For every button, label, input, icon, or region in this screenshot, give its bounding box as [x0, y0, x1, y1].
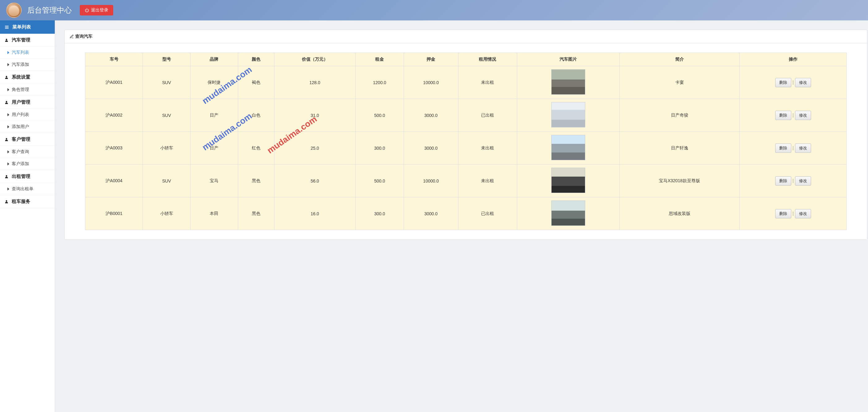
sidebar-item-label: 汽车列表: [12, 50, 29, 55]
sidebar-group-1[interactable]: 系统设置: [0, 71, 55, 84]
table-cell: SUV: [143, 99, 191, 132]
table-cell: 500.0: [355, 99, 404, 132]
sidebar-item-label: 客户查询: [12, 149, 29, 155]
col-header: 汽车图片: [517, 53, 619, 66]
delete-button[interactable]: 删除: [775, 78, 791, 87]
edit-button[interactable]: 修改: [795, 78, 811, 87]
table-cell: 已出租: [458, 99, 517, 132]
desc-cell: 日产奇骏: [619, 99, 740, 132]
delete-button[interactable]: 删除: [775, 176, 791, 186]
caret-right-icon: [7, 187, 9, 191]
ops-cell: 删除|修改: [740, 66, 847, 99]
sidebar-group-2[interactable]: 用户管理: [0, 96, 55, 108]
edit-button[interactable]: 修改: [795, 176, 811, 186]
image-cell: [517, 66, 619, 99]
image-cell: [517, 132, 619, 164]
panel-body: 车号型号品牌颜色价值（万元）租金押金租用情况汽车图片简介操作 沪A0001SUV…: [65, 43, 867, 240]
table-cell: 小轿车: [143, 197, 191, 230]
car-image: [551, 135, 585, 160]
sidebar-group-label: 用户管理: [12, 99, 30, 105]
table-cell: 3000.0: [404, 99, 458, 132]
separator: |: [791, 80, 795, 85]
caret-right-icon: [7, 162, 9, 165]
edit-button[interactable]: 修改: [795, 111, 811, 120]
delete-button[interactable]: 删除: [775, 209, 791, 218]
table-cell: 沪A0003: [85, 132, 143, 164]
table-cell: 128.0: [274, 66, 355, 99]
col-header: 颜色: [238, 53, 274, 66]
car-image: [551, 200, 585, 226]
sidebar-item-label: 汽车添加: [12, 62, 29, 67]
sidebar-item-3-0[interactable]: 客户查询: [0, 146, 55, 158]
table-row: 沪A0002SUV日产白色31.0500.03000.0已出租日产奇骏删除|修改: [85, 99, 847, 132]
desc-cell: 日产轩逸: [619, 132, 740, 164]
edit-icon: [70, 34, 74, 39]
sidebar-group-3[interactable]: 客户管理: [0, 133, 55, 146]
svg-rect-2: [5, 28, 9, 28]
table-cell: 31.0: [274, 99, 355, 132]
table-cell: 10000.0: [404, 164, 458, 197]
table-cell: 未出租: [458, 132, 517, 164]
col-header: 车号: [85, 53, 143, 66]
table-cell: 10000.0: [404, 66, 458, 99]
sidebar-group-label: 租车服务: [12, 198, 30, 204]
sidebar-item-2-0[interactable]: 用户列表: [0, 108, 55, 121]
car-table: 车号型号品牌颜色价值（万元）租金押金租用情况汽车图片简介操作 沪A0001SUV…: [85, 53, 847, 230]
sidebar-item-0-1[interactable]: 汽车添加: [0, 59, 55, 70]
table-cell: 3000.0: [404, 197, 458, 230]
table-row: 沪B0001小轿车本田黑色16.0300.03000.0已出租思域改装版删除|修…: [85, 197, 847, 230]
table-cell: 未出租: [458, 66, 517, 99]
caret-right-icon: [7, 63, 9, 66]
table-cell: 小轿车: [143, 132, 191, 164]
menu-header-label: 菜单列表: [12, 24, 31, 30]
table-row: 沪A0004SUV宝马黑色56.0500.010000.0未出租宝马X32018…: [85, 164, 847, 197]
table-cell: 褐色: [238, 66, 274, 99]
logout-label: 退出登录: [91, 7, 108, 13]
table-cell: 保时捷: [190, 66, 238, 99]
sidebar-item-1-0[interactable]: 角色管理: [0, 84, 55, 96]
sidebar-item-3-1[interactable]: 客户添加: [0, 158, 55, 170]
table-cell: 本田: [190, 197, 238, 230]
sidebar-item-label: 添加用户: [12, 124, 29, 130]
user-icon: [4, 75, 9, 80]
sidebar-group-label: 汽车管理: [12, 37, 30, 43]
sidebar: 菜单列表 汽车管理汽车列表汽车添加系统设置角色管理用户管理用户列表添加用户客户管…: [0, 21, 55, 412]
delete-button[interactable]: 删除: [775, 144, 791, 153]
col-header: 品牌: [190, 53, 238, 66]
delete-button[interactable]: 删除: [775, 111, 791, 120]
svg-point-6: [6, 138, 7, 139]
avatar[interactable]: [6, 2, 22, 18]
table-cell: 3000.0: [404, 132, 458, 164]
table-cell: 宝马: [190, 164, 238, 197]
sidebar-item-label: 查询出租单: [12, 186, 33, 192]
table-cell: 500.0: [355, 164, 404, 197]
svg-rect-0: [5, 26, 9, 26]
car-image: [551, 69, 585, 95]
edit-button[interactable]: 修改: [795, 209, 811, 218]
table-cell: 16.0: [274, 197, 355, 230]
svg-point-3: [6, 39, 7, 40]
separator: |: [791, 146, 795, 150]
desc-cell: 卡宴: [619, 66, 740, 99]
table-cell: 56.0: [274, 164, 355, 197]
logout-button[interactable]: 退出登录: [80, 5, 113, 15]
image-cell: [517, 197, 619, 230]
table-cell: 黑色: [238, 164, 274, 197]
user-icon: [4, 38, 9, 42]
table-cell: 黑色: [238, 197, 274, 230]
sidebar-group-5[interactable]: 租车服务: [0, 195, 55, 208]
car-image: [551, 102, 585, 127]
sidebar-group-0[interactable]: 汽车管理: [0, 34, 55, 46]
separator: |: [791, 211, 795, 216]
edit-button[interactable]: 修改: [795, 144, 811, 153]
sidebar-item-4-0[interactable]: 查询出租单: [0, 183, 55, 195]
sidebar-group-4[interactable]: 出租管理: [0, 170, 55, 183]
svg-point-8: [6, 200, 7, 202]
sidebar-item-2-1[interactable]: 添加用户: [0, 121, 55, 133]
table-cell: 沪A0004: [85, 164, 143, 197]
col-header: 型号: [143, 53, 191, 66]
desc-cell: 思域改装版: [619, 197, 740, 230]
list-icon: [4, 25, 9, 29]
sidebar-item-0-0[interactable]: 汽车列表: [0, 46, 55, 59]
ops-cell: 删除|修改: [740, 132, 847, 164]
